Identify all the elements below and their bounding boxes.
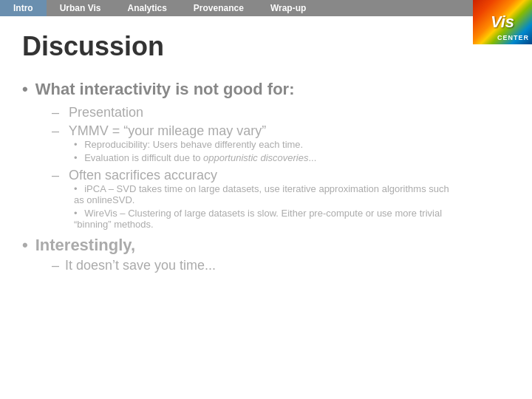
nav-tab-intro[interactable]: Intro xyxy=(0,0,47,16)
nav-tab-wrap-up-label: Wrap-up xyxy=(270,3,306,13)
nav-tab-provenance[interactable]: Provenance xyxy=(180,0,257,16)
bullet-item-1-text: What interactivity is not good for: xyxy=(35,80,295,99)
sub-item-ymmv: YMMV = “your mileage may vary” Reproduci… xyxy=(52,123,458,163)
reproducibility-text: Reproducibility: Users behave differentl… xyxy=(84,139,303,150)
sub-item-presentation-text: Presentation xyxy=(69,105,143,120)
page-title: Discussion xyxy=(22,31,458,62)
bullet-item-1-main: • What interactivity is not good for: xyxy=(22,80,458,99)
sub-item-ymmv-text: YMMV = “your mileage may vary” xyxy=(69,123,267,138)
sub-item-accuracy-text: Often sacrifices accuracy xyxy=(69,168,217,183)
main-bullet-list: • What interactivity is not good for: Pr… xyxy=(22,80,458,273)
bullet-item-2-text: Interestingly, xyxy=(35,236,135,255)
bullet-dot-1: • xyxy=(22,80,28,99)
evaluation-text: Evaluation is difficult due to opportuni… xyxy=(84,152,316,163)
sub-sub-list-accuracy: iPCA – SVD takes time on large datasets,… xyxy=(52,183,458,230)
sub-item-accuracy: Often sacrifices accuracy iPCA – SVD tak… xyxy=(52,168,458,230)
nav-tab-analytics[interactable]: Analytics xyxy=(114,0,180,16)
wirevis-text: WireVis – Clustering of large datasets i… xyxy=(74,208,442,230)
main-content: Discussion • What interactivity is not g… xyxy=(0,16,532,288)
it-doesnt-text: It doesn’t save you time... xyxy=(22,258,458,273)
sub-sub-item-ipca: iPCA – SVD takes time on large datasets,… xyxy=(74,183,458,205)
nav-tab-analytics-label: Analytics xyxy=(127,3,166,13)
logo-vis-text: Vis xyxy=(491,13,514,32)
nav-tab-provenance-label: Provenance xyxy=(194,3,244,13)
nav-bar: Intro Urban Vis Analytics Provenance Wra… xyxy=(0,0,532,16)
bullet-item-2: • Interestingly, It doesn’t save you tim… xyxy=(22,236,458,273)
sub-sub-item-evaluation: Evaluation is difficult due to opportuni… xyxy=(74,152,458,163)
logo-area: Vis CENTER xyxy=(473,0,532,44)
sub-sub-item-reproducibility: Reproducibility: Users behave differentl… xyxy=(74,139,458,150)
bullet-item-2-main: • Interestingly, xyxy=(22,236,458,255)
sub-sub-item-wirevis: WireVis – Clustering of large datasets i… xyxy=(74,208,458,230)
nav-tab-urban-vis[interactable]: Urban Vis xyxy=(47,0,115,16)
nav-tab-wrap-up[interactable]: Wrap-up xyxy=(257,0,319,16)
sub-list-1: Presentation YMMV = “your mileage may va… xyxy=(22,105,458,230)
bullet-dot-2: • xyxy=(22,236,28,255)
sub-sub-list-ymmv: Reproducibility: Users behave differentl… xyxy=(52,139,458,163)
nav-tab-intro-label: Intro xyxy=(13,3,33,13)
logo-center-text: CENTER xyxy=(497,34,529,41)
ipca-text: iPCA – SVD takes time on large datasets,… xyxy=(74,183,449,205)
bullet-item-1: • What interactivity is not good for: Pr… xyxy=(22,80,458,230)
nav-tab-urban-vis-label: Urban Vis xyxy=(60,3,101,13)
logo-box: Vis CENTER xyxy=(473,0,532,44)
sub-item-presentation: Presentation xyxy=(52,105,458,120)
